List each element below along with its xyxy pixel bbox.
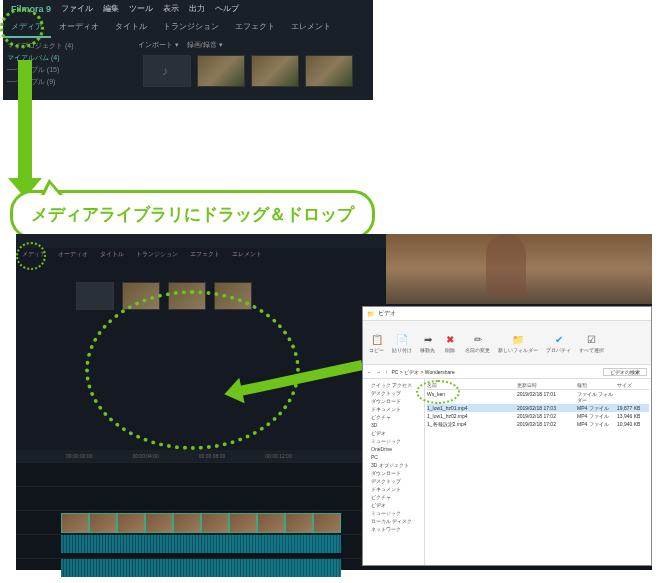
- explorer-side-item[interactable]: 3D オブジェクト: [365, 461, 422, 469]
- tab-transition[interactable]: トランジション: [155, 17, 227, 38]
- search-box[interactable]: ビデオの検索: [603, 368, 647, 376]
- explorer-sidebar: クイック アクセスデスクトップダウンロードドキュメントピクチャ3Dビデオミュージ…: [363, 379, 425, 565]
- address-text[interactable]: PC > ビデオ > Wondershare: [392, 369, 455, 375]
- highlight-circle-bot-media: [16, 242, 46, 270]
- menu-output[interactable]: 出力: [189, 3, 205, 14]
- explorer-side-item[interactable]: ドキュメント: [365, 485, 422, 493]
- menu-help[interactable]: ヘルプ: [215, 3, 239, 14]
- bot-tab-element[interactable]: エレメント: [226, 248, 268, 261]
- highlight-oval-drop-area: [85, 290, 300, 450]
- bot-tab-title[interactable]: タイトル: [94, 248, 130, 261]
- explorer-side-item[interactable]: ダウンロード: [365, 397, 422, 405]
- tab-element[interactable]: エレメント: [283, 17, 339, 38]
- media-thumb-1[interactable]: [197, 55, 245, 87]
- menu-edit[interactable]: 編集: [103, 3, 119, 14]
- clip[interactable]: [173, 513, 201, 533]
- bot-tab-effect[interactable]: エフェクト: [184, 248, 226, 261]
- import-button[interactable]: インポート ▾: [138, 41, 179, 48]
- import-bar: インポート ▾ 録画/録音 ▾: [138, 40, 223, 50]
- tab-audio[interactable]: オーディオ: [51, 17, 107, 38]
- column-headers: 名前 更新日時 種類 サイズ: [427, 381, 649, 390]
- explorer-side-item[interactable]: デスクトップ: [365, 389, 422, 397]
- media-thumb-3[interactable]: [305, 55, 353, 87]
- time-marker: 00:00:12:00: [265, 453, 291, 459]
- media-thumb-audio[interactable]: [143, 55, 191, 87]
- col-size[interactable]: サイズ: [617, 382, 647, 388]
- explorer-side-item[interactable]: ビデオ: [365, 501, 422, 509]
- explorer-titlebar[interactable]: 📁 ビデオ: [363, 307, 651, 321]
- time-marker: 00:00:00:00: [66, 453, 92, 459]
- explorer-side-item[interactable]: クイック アクセス: [365, 381, 422, 389]
- explorer-side-item[interactable]: 3D: [365, 421, 422, 429]
- up-icon[interactable]: ↑: [385, 369, 388, 375]
- clip[interactable]: [61, 513, 89, 533]
- preview-panel: [386, 234, 652, 304]
- back-icon[interactable]: ←: [367, 369, 372, 375]
- clip[interactable]: [285, 513, 313, 533]
- menu-file[interactable]: ファイル: [61, 3, 93, 14]
- address-bar[interactable]: ← → ↑ PC > ビデオ > Wondershare ビデオの検索: [363, 365, 651, 379]
- col-type[interactable]: 種類: [577, 382, 617, 388]
- ribbon-rename[interactable]: ✏名前の変更: [465, 332, 490, 353]
- menu-view[interactable]: 表示: [163, 3, 179, 14]
- rename-icon: ✏: [471, 332, 485, 346]
- record-button[interactable]: 録画/録音 ▾: [187, 41, 223, 48]
- file-row[interactable]: Ws_ken2019/02/18 17:01ファイル フォルダー: [427, 390, 649, 404]
- ribbon-copy[interactable]: 📋コピー: [369, 332, 384, 353]
- file-row[interactable]: 1_low1_hz02.mp42019/02/18 17:02MP4 ファイル1…: [427, 412, 649, 420]
- explorer-filelist: 名前 更新日時 種類 サイズ Ws_ken2019/02/18 17:01ファイ…: [425, 379, 651, 565]
- clip[interactable]: [257, 513, 285, 533]
- bot-tab-audio[interactable]: オーディオ: [52, 248, 94, 261]
- select-icon: ☑: [585, 332, 599, 346]
- highlight-circle-media-tab: [0, 8, 44, 48]
- tab-effect[interactable]: エフェクト: [227, 17, 283, 38]
- media-thumbnails: [143, 55, 353, 87]
- bot-tab-transition[interactable]: トランジション: [130, 248, 184, 261]
- clip[interactable]: [313, 513, 341, 533]
- audio-clip[interactable]: [61, 535, 341, 553]
- ribbon-select[interactable]: ☑すべて選択: [579, 332, 604, 353]
- clip[interactable]: [201, 513, 229, 533]
- clip[interactable]: [89, 513, 117, 533]
- col-date[interactable]: 更新日時: [517, 382, 577, 388]
- waveform: [61, 559, 341, 577]
- bubble-text: メディアライブラリにドラッグ＆ドロップ: [31, 205, 354, 224]
- explorer-side-item[interactable]: ミュージック: [365, 437, 422, 445]
- explorer-title: ビデオ: [378, 309, 396, 318]
- ribbon-delete[interactable]: ✖削除: [443, 332, 457, 353]
- explorer-side-item[interactable]: ローカル ディスク: [365, 517, 422, 525]
- media-thumb-2[interactable]: [251, 55, 299, 87]
- explorer-side-item[interactable]: ピクチャ: [365, 493, 422, 501]
- explorer-side-item[interactable]: ピクチャ: [365, 413, 422, 421]
- explorer-side-item[interactable]: PC: [365, 453, 422, 461]
- explorer-side-item[interactable]: デスクトップ: [365, 477, 422, 485]
- explorer-side-item[interactable]: ネットワーク: [365, 525, 422, 533]
- ribbon-props[interactable]: ✔プロパティ: [546, 332, 571, 353]
- newfolder-icon: 📁: [511, 332, 525, 346]
- clip[interactable]: [117, 513, 145, 533]
- ribbon-label: 貼り付け: [392, 347, 412, 353]
- audio-clip[interactable]: [61, 559, 341, 577]
- clip[interactable]: [145, 513, 173, 533]
- ribbon-new[interactable]: 📁新しいフォルダー: [498, 332, 538, 353]
- ribbon-move[interactable]: ➡移動先: [420, 332, 435, 353]
- ribbon-label: 新しいフォルダー: [498, 347, 538, 353]
- ribbon-paste[interactable]: 📄貼り付け: [392, 332, 412, 353]
- tab-title[interactable]: タイトル: [107, 17, 155, 38]
- fwd-icon[interactable]: →: [376, 369, 381, 375]
- file-row[interactable]: 1_low1_hz01.mp42019/02/18 17:03MP4 ファイル1…: [427, 404, 649, 412]
- highlight-circle-file: [416, 380, 460, 404]
- bot-thumb-audio[interactable]: [76, 282, 114, 310]
- clip[interactable]: [229, 513, 257, 533]
- video-clips: [61, 513, 341, 533]
- file-row[interactable]: 1_各種設定2.mp42019/02/18 17:02MP4 ファイル10,94…: [427, 420, 649, 428]
- explorer-side-item[interactable]: OneDrive: [365, 445, 422, 453]
- menu-tools[interactable]: ツール: [129, 3, 153, 14]
- move-icon: ➡: [421, 332, 435, 346]
- explorer-side-item[interactable]: ドキュメント: [365, 405, 422, 413]
- file-explorer-window[interactable]: 📁 ビデオ 📋コピー 📄貼り付け ➡移動先 ✖削除 ✏名前の変更 📁新しいフォル…: [362, 306, 652, 566]
- explorer-body: クイック アクセスデスクトップダウンロードドキュメントピクチャ3Dビデオミュージ…: [363, 379, 651, 565]
- explorer-side-item[interactable]: ビデオ: [365, 429, 422, 437]
- explorer-side-item[interactable]: ダウンロード: [365, 469, 422, 477]
- explorer-side-item[interactable]: ミュージック: [365, 509, 422, 517]
